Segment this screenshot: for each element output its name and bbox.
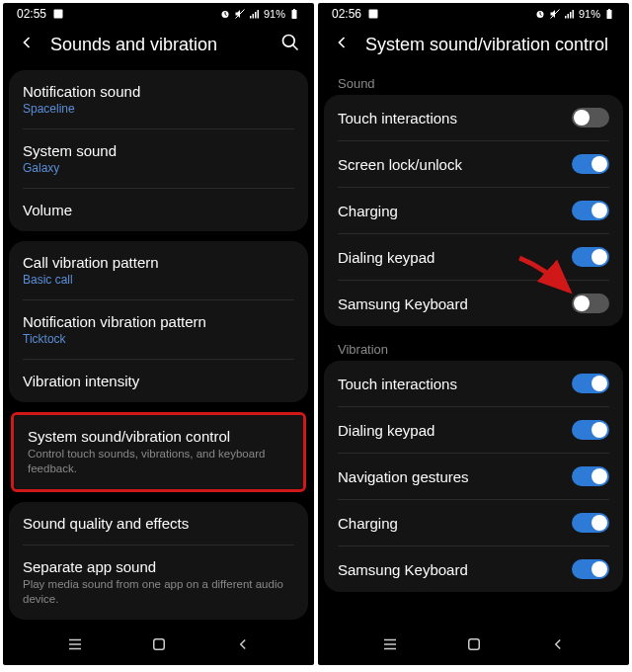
svg-rect-14 [369, 10, 378, 19]
settings-row[interactable]: Charging [324, 500, 623, 546]
status-bar: 02:56 91% [318, 3, 629, 23]
section-header: Sound [324, 70, 623, 95]
settings-group: Touch interactionsScreen lock/unlockChar… [324, 95, 623, 326]
row-title: Screen lock/unlock [338, 156, 572, 173]
row-title: Navigation gestures [338, 468, 572, 485]
svg-rect-3 [250, 16, 252, 19]
settings-row[interactable]: Notification vibration patternTicktock [9, 300, 308, 359]
mute-icon [234, 8, 246, 20]
svg-rect-13 [153, 639, 164, 650]
row-title: Volume [23, 202, 294, 218]
highlight-annotation: System sound/vibration controlControl to… [11, 412, 306, 492]
settings-row[interactable]: Dialing keypad [324, 407, 623, 453]
back-icon[interactable] [17, 33, 37, 56]
status-time: 02:56 [332, 7, 361, 21]
settings-row[interactable]: Screen lock/unlock [324, 141, 623, 187]
settings-row[interactable]: Navigation gestures [324, 454, 623, 499]
row-title: Notification vibration pattern [23, 313, 294, 330]
nav-bar [3, 626, 314, 665]
recents-button[interactable] [66, 635, 84, 657]
battery-percent: 91% [264, 8, 285, 20]
row-title: Touch interactions [338, 376, 572, 392]
toggle-switch[interactable] [572, 466, 609, 486]
svg-rect-6 [257, 10, 259, 19]
settings-row[interactable]: Charging [324, 188, 623, 233]
toggle-switch[interactable] [572, 420, 609, 440]
back-icon[interactable] [332, 33, 352, 56]
row-title: Call vibration pattern [23, 254, 294, 271]
settings-group: Touch interactionsDialing keypadNavigati… [324, 361, 623, 592]
settings-row[interactable]: Touch interactions [324, 95, 623, 140]
toggle-switch[interactable] [572, 559, 609, 579]
row-title: Samsung Keyboard [338, 295, 572, 312]
nav-bar [318, 626, 629, 665]
status-time: 02:55 [17, 7, 46, 21]
recents-button[interactable] [381, 635, 399, 657]
row-title: Separate app sound [23, 558, 294, 575]
toggle-switch[interactable] [572, 108, 609, 127]
back-nav-button[interactable] [234, 635, 252, 657]
settings-row[interactable]: Volume [9, 189, 308, 231]
row-title: Notification sound [23, 83, 294, 100]
svg-rect-7 [292, 10, 297, 19]
signal-icon [249, 8, 261, 20]
settings-row[interactable]: Dialing keypad [324, 234, 623, 280]
settings-content[interactable]: SoundTouch interactionsScreen lock/unloc… [318, 70, 629, 626]
home-button[interactable] [465, 635, 483, 657]
toggle-switch[interactable] [572, 374, 609, 393]
row-title: Samsung Keyboard [338, 561, 572, 578]
settings-group: Notification soundSpacelineSystem soundG… [9, 70, 308, 231]
search-icon[interactable] [280, 33, 300, 56]
status-bar: 02:55 91% [3, 3, 314, 23]
settings-row[interactable]: Call vibration patternBasic call [9, 241, 308, 299]
settings-content[interactable]: Notification soundSpacelineSystem soundG… [3, 70, 314, 626]
row-title: Vibration intensity [23, 373, 294, 389]
settings-row[interactable]: Samsung Keyboard [324, 546, 623, 592]
svg-rect-8 [293, 9, 295, 10]
toggle-switch[interactable] [572, 294, 609, 313]
row-description: Play media sound from one app on a diffe… [23, 577, 294, 607]
settings-group: Sound quality and effectsSeparate app so… [9, 502, 308, 620]
battery-percent: 91% [579, 8, 600, 20]
settings-row[interactable]: Touch interactions [324, 361, 623, 406]
settings-row[interactable]: System sound/vibration controlControl to… [14, 415, 303, 489]
toggle-switch[interactable] [572, 513, 609, 533]
mute-icon [549, 8, 561, 20]
battery-icon [288, 8, 300, 20]
settings-row[interactable]: Sound quality and effects [9, 502, 308, 545]
settings-group: System sound/vibration controlControl to… [14, 415, 303, 489]
battery-icon [603, 8, 615, 20]
settings-row[interactable]: Samsung Keyboard [324, 281, 623, 326]
toggle-switch[interactable] [572, 201, 609, 220]
gallery-icon [52, 8, 64, 20]
row-description: Control touch sounds, vibrations, and ke… [28, 447, 289, 476]
section-header: Vibration [324, 336, 623, 361]
svg-rect-5 [255, 12, 257, 19]
row-title: Sound quality and effects [23, 515, 294, 532]
settings-row[interactable]: Separate app soundPlay media sound from … [9, 546, 308, 620]
signal-icon [564, 8, 576, 20]
svg-point-9 [283, 36, 295, 47]
svg-rect-19 [570, 12, 572, 19]
toggle-switch[interactable] [572, 154, 609, 174]
svg-rect-27 [468, 639, 479, 650]
row-title: System sound/vibration control [28, 428, 289, 445]
svg-rect-4 [252, 14, 254, 19]
back-nav-button[interactable] [549, 635, 567, 657]
svg-rect-0 [54, 10, 63, 19]
phone-left-sounds-vibration: 02:55 91% Sounds and vibration Notificat… [3, 3, 314, 665]
title-bar: Sounds and vibration [3, 23, 314, 70]
svg-rect-20 [572, 10, 574, 19]
home-button[interactable] [150, 635, 168, 657]
gallery-icon [367, 8, 379, 20]
alarm-icon [219, 8, 231, 20]
title-bar: System sound/vibration control [318, 23, 629, 70]
toggle-switch[interactable] [572, 247, 609, 267]
settings-row[interactable]: System soundGalaxy [9, 129, 308, 188]
settings-row[interactable]: Notification soundSpaceline [9, 70, 308, 128]
row-title: Charging [338, 515, 572, 532]
settings-row[interactable]: Vibration intensity [9, 360, 308, 402]
row-title: Touch interactions [338, 110, 572, 126]
row-title: Dialing keypad [338, 249, 572, 266]
svg-rect-18 [567, 14, 569, 19]
